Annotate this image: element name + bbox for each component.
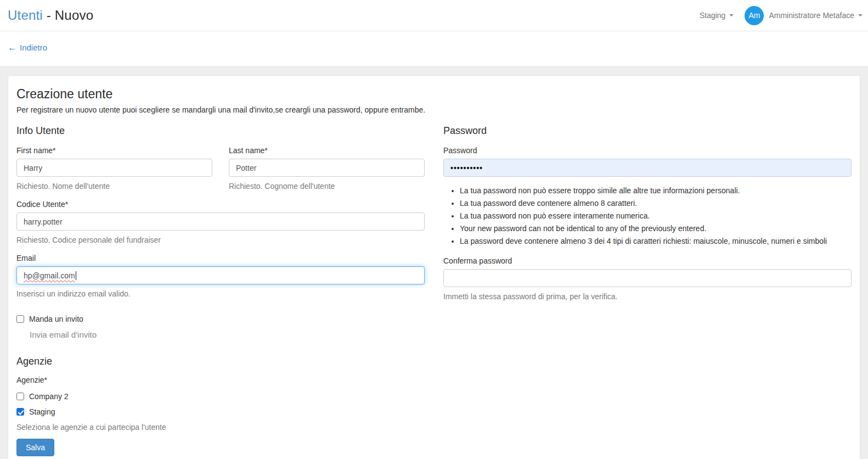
card-title: Creazione utente — [16, 87, 852, 102]
back-bar: ← Indietro — [0, 31, 868, 66]
user-dropdown-label: Amministratore Metaface — [769, 11, 863, 20]
invite-checkbox[interactable] — [16, 315, 24, 323]
card-subtitle: Per registrare un nuovo utente puoi sceg… — [16, 105, 852, 114]
agency-checkbox-row-company2[interactable]: Company 2 — [16, 392, 425, 401]
last-name-help: Richiesto. Cognome dell'utente — [229, 182, 425, 191]
confirm-password-label: Conferma password — [443, 256, 852, 265]
agencies-label: Agenzie* — [16, 376, 425, 384]
confirm-password-help: Immetti la stessa password di prima, per… — [443, 292, 852, 301]
first-name-help: Richiesto. Nome dell'utente — [16, 182, 212, 191]
name-row: First name* Richiesto. Nome dell'utente … — [16, 146, 425, 200]
user-creation-card: Creazione utente Per registrare un nuovo… — [8, 75, 860, 459]
email-help: Inserisci un indirizzo email valido. — [16, 289, 425, 298]
email-field[interactable]: hp@gmail.com — [16, 266, 425, 284]
chevron-down-icon — [858, 14, 863, 16]
email-value: hp@gmail.com — [24, 271, 75, 280]
text-cursor — [76, 271, 76, 280]
back-arrow-icon: ← — [8, 43, 17, 52]
agency-checkbox-staging[interactable] — [16, 408, 24, 416]
page-title: Utenti - Nuovo — [8, 9, 93, 22]
invite-checkbox-row[interactable]: Manda un invito — [16, 315, 425, 323]
back-link-label: Indietro — [20, 43, 47, 52]
top-bar-right: Staging Am Amministratore Metaface — [700, 6, 863, 25]
back-link[interactable]: ← Indietro — [8, 43, 47, 52]
agency-checkbox-label-company2: Company 2 — [29, 392, 69, 401]
password-rules-list: La tua password non può essere troppo si… — [443, 186, 852, 245]
agency-checkbox-label-staging: Staging — [29, 407, 55, 416]
invite-block: Manda un invito Invia email d'invito — [16, 315, 425, 339]
agencies-help: Seleziona le agenzie a cui partecipa l'u… — [16, 423, 425, 432]
agency-dropdown[interactable]: Staging — [700, 11, 734, 20]
last-name-group: Last name* Richiesto. Cognome dell'utent… — [229, 146, 425, 191]
info-column: Info Utente First name* Richiesto. Nome … — [16, 125, 425, 456]
email-group: Email hp@gmail.com Inserisci un indirizz… — [16, 254, 425, 298]
last-name-field[interactable] — [229, 159, 425, 177]
agency-dropdown-label: Staging — [700, 11, 725, 20]
confirm-password-field[interactable] — [443, 269, 852, 287]
password-label: Password — [443, 146, 852, 155]
first-name-label: First name* — [16, 146, 212, 155]
user-code-help: Richiesto. Codice personale del fundrais… — [16, 236, 425, 244]
password-rule: La tua password deve contenere almeno 8 … — [460, 199, 852, 208]
last-name-label: Last name* — [229, 146, 425, 155]
main-area: Creazione utente Per registrare un nuovo… — [0, 66, 868, 459]
invite-checkbox-label: Manda un invito — [29, 315, 83, 323]
confirm-password-group: Conferma password Immetti la stessa pass… — [443, 256, 852, 301]
user-dropdown[interactable]: Am Amministratore Metaface — [745, 6, 863, 25]
user-code-label: Codice Utente* — [16, 200, 425, 209]
agencies-section-heading: Agenzie — [16, 356, 425, 367]
page-title-suffix: - Nuovo — [43, 8, 93, 23]
password-field[interactable] — [443, 159, 852, 177]
invite-help: Invia email d'invito — [30, 330, 425, 339]
user-name-label: Amministratore Metaface — [769, 11, 854, 20]
password-group: Password — [443, 146, 852, 177]
password-column: Password Password La tua password non pu… — [443, 125, 852, 456]
first-name-field[interactable] — [16, 159, 212, 177]
first-name-group: First name* Richiesto. Nome dell'utente — [16, 146, 212, 191]
password-rule: La tua password non può essere interamen… — [460, 211, 852, 220]
user-code-field[interactable] — [16, 212, 425, 231]
agency-checkbox-company2[interactable] — [16, 393, 24, 400]
password-rule: Your new password can not be identical t… — [460, 224, 852, 233]
avatar[interactable]: Am — [745, 6, 764, 25]
password-section-heading: Password — [443, 125, 852, 137]
breadcrumb-utenti-link[interactable]: Utenti — [8, 8, 43, 23]
top-bar: Utenti - Nuovo Staging Am Amministratore… — [0, 0, 868, 31]
user-code-group: Codice Utente* Richiesto. Codice persona… — [16, 200, 425, 244]
info-section-heading: Info Utente — [16, 125, 425, 137]
password-rule: La tua password non può essere troppo si… — [460, 186, 852, 195]
chevron-down-icon — [729, 14, 734, 16]
form-columns: Info Utente First name* Richiesto. Nome … — [16, 125, 852, 456]
password-rule: La password deve contenere almeno 3 dei … — [460, 237, 852, 245]
agency-checkbox-row-staging[interactable]: Staging — [16, 407, 425, 416]
save-button[interactable]: Salva — [16, 439, 54, 456]
email-label: Email — [16, 254, 425, 262]
